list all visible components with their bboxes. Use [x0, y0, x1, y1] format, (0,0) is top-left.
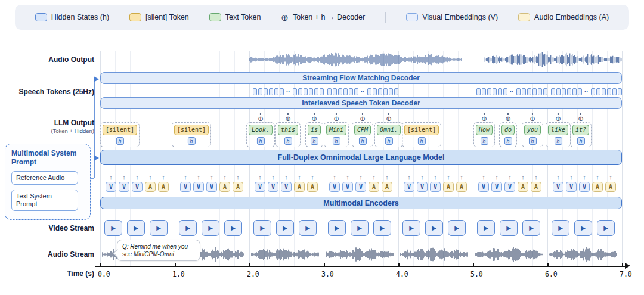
speech-token [269, 88, 273, 95]
token-text: CPM [354, 125, 371, 135]
hidden-state: h [310, 137, 318, 145]
embedding-group: ↑V↑V↑V↑A↑A [478, 174, 541, 192]
up-arrow-icon: ↑ [482, 174, 485, 181]
embedding-cell: ↑A [518, 174, 528, 192]
plus-decoder-icon: ⊕ [481, 113, 487, 122]
bar-full-duplex-llm: Full-Duplex Omnimodal Large Language Mod… [100, 150, 622, 165]
video-frame: ▶ [253, 220, 271, 236]
up-arrow-icon: ↑ [346, 174, 349, 181]
legend: Hidden States (h)[silent] TokenText Toke… [15, 5, 629, 30]
audio-embedding: A [307, 182, 318, 192]
audio-embedding: A [233, 182, 243, 192]
token-hidden-group: Look,h [246, 122, 275, 147]
plus-decoder-icon: ⊕ [285, 113, 291, 122]
token-hidden-group: Minih [324, 122, 349, 147]
audio-embedding: A [369, 182, 379, 192]
video-frame: ▶ [522, 220, 540, 236]
embedding-cell: ↑V [180, 174, 191, 192]
embedding-cell: ↑V [430, 174, 441, 192]
speech-token [383, 88, 388, 95]
visual-embedding: V [106, 182, 116, 192]
video-frame: ▶ [150, 220, 168, 236]
up-arrow-icon: ↑ [197, 174, 200, 181]
axis-tick [324, 263, 325, 267]
speech-token [373, 88, 377, 95]
speech-token [298, 88, 302, 95]
up-arrow-icon: ↑ [556, 174, 560, 181]
row-label-audio-output: Audio Output [0, 55, 94, 64]
bar-interleaved-speech-token-decoder: Interleaved Speech Token Decoder [100, 97, 622, 109]
up-arrow-icon: ↑ [609, 174, 612, 181]
axis-tick [473, 263, 474, 267]
speech-token [338, 88, 342, 95]
token-text: you [524, 125, 541, 135]
plus-decoder-icon: ⊕ [333, 113, 339, 122]
video-frame: ▶ [202, 220, 219, 236]
visual-embedding: V [566, 182, 577, 192]
audio-embedding: A [158, 182, 169, 192]
token-hidden-group: [silent]h [402, 122, 441, 147]
hidden-state: h [555, 137, 562, 145]
gridline [622, 51, 623, 266]
embedding-cell: ↑A [456, 174, 467, 192]
token-hidden-group: Howh [473, 122, 495, 147]
token-text: [silent] [174, 125, 209, 135]
audio-embedding: A [518, 182, 528, 192]
embedding-cell: ↑V [404, 174, 414, 192]
visual-embedding: V [180, 182, 191, 192]
speech-token [343, 88, 348, 95]
audio-embedding: A [219, 182, 230, 192]
llm-token-text: ⊕Howh [473, 113, 495, 147]
token-hidden-group: ish [305, 122, 323, 147]
system-prompt-title: Multimodal System Prompt [11, 149, 84, 167]
play-icon: ▶ [185, 225, 190, 231]
embedding-cell: ↑A [219, 174, 230, 192]
embedding-cell: ↑V [342, 174, 353, 192]
plus-decoder-icon: ⊕ [360, 113, 366, 122]
play-icon: ▶ [208, 225, 213, 231]
hidden-state: h [116, 137, 123, 145]
ellipsis: ·· [510, 89, 514, 95]
embedding-cell: ↑A [605, 174, 616, 192]
speech-token [367, 88, 371, 95]
llm-token-text: ⊕ish [305, 113, 323, 147]
embedding-cell: ↑V [329, 174, 340, 192]
row-label-audio-stream: Audio Stream [0, 250, 94, 259]
token-text: is [308, 125, 321, 135]
speech-token [482, 88, 486, 95]
embedding-cell: ↑A [307, 174, 318, 192]
speech-token [556, 88, 561, 95]
legend-label: Visual Embeddings (V) [422, 13, 498, 21]
ellipsis: ·· [361, 89, 365, 95]
speech-token [258, 88, 262, 95]
audio-embedding: A [443, 182, 454, 192]
embedding-cell: ↑V [281, 174, 292, 192]
embedding-cell: ↑V [478, 174, 489, 192]
speech-token-group: ·· [476, 88, 547, 95]
speech-token [562, 88, 566, 95]
video-frame: ▶ [104, 220, 122, 236]
hidden-state: h [333, 137, 340, 145]
play-icon: ▶ [454, 225, 459, 231]
plus-decoder-icon: ⊕ [530, 113, 535, 122]
audio-embedding: A [592, 182, 603, 192]
embedding-cell: ↑A [369, 174, 379, 192]
token-text: How [476, 125, 493, 135]
plus-decoder-icon: ⊕ [386, 113, 392, 122]
legend-item-plus: ⊕Token + h → Decoder [281, 13, 365, 22]
legend-label: Token + h → Decoder [293, 13, 365, 21]
play-icon: ▶ [335, 225, 339, 231]
axis-tick-label: 7.0 [620, 270, 632, 278]
up-arrow-icon: ↑ [385, 174, 389, 181]
silent-swatch-icon [129, 13, 141, 21]
play-icon: ▶ [558, 225, 563, 231]
llm-token-text: ⊕CPMh [352, 113, 373, 147]
up-arrow-icon: ↑ [583, 174, 586, 181]
token-hidden-group: youh [522, 122, 543, 147]
up-arrow-icon: ↑ [258, 174, 262, 181]
axis-tick [100, 263, 101, 267]
up-arrow-icon: ↑ [184, 174, 187, 181]
play-icon: ▶ [283, 225, 287, 231]
visual-embedding: V [193, 182, 204, 192]
up-arrow-icon: ↑ [122, 174, 126, 181]
